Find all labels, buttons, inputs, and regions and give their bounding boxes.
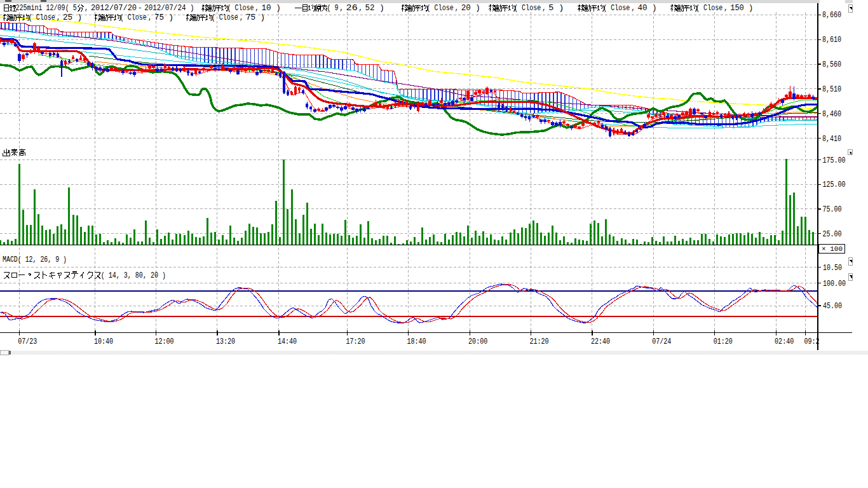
svg-text:13:20: 13:20 (216, 337, 235, 346)
svg-text:40 ): 40 ) (637, 4, 656, 13)
svg-text:,: , (631, 4, 635, 13)
svg-text:02:40: 02:40 (775, 337, 794, 346)
svg-text:,: , (240, 13, 243, 22)
svg-text:( 14, 3, 80, 20 ): ( 14, 3, 80, 20 ) (101, 271, 166, 280)
svg-text:26: 26 (346, 4, 358, 13)
svg-text:45.00: 45.00 (823, 302, 842, 311)
svg-text:,: , (340, 4, 344, 13)
svg-text:125.00: 125.00 (823, 180, 846, 189)
svg-text:8,610: 8,610 (822, 36, 841, 44)
svg-text:07/24: 07/24 (652, 337, 671, 346)
svg-text:( 9: ( 9 (327, 4, 339, 13)
svg-text:× 100: × 100 (822, 245, 843, 253)
svg-text:75.00: 75.00 (823, 205, 842, 214)
svg-text:,: , (359, 4, 363, 13)
svg-text:8,510: 8,510 (822, 85, 841, 94)
svg-text:,: , (455, 4, 459, 13)
svg-text:( Close: ( Close (29, 13, 55, 22)
svg-text:( Close: ( Close (696, 4, 722, 13)
svg-text:75 ): 75 ) (246, 13, 265, 22)
svg-text:150 ): 150 ) (730, 4, 753, 13)
svg-text:,: , (148, 13, 152, 22)
svg-text:07/23: 07/23 (18, 337, 37, 346)
svg-text:,: , (724, 4, 728, 13)
svg-text:225mini 12/09( 5: 225mini 12/09( 5 (15, 4, 76, 13)
svg-text:22:40: 22:40 (591, 337, 610, 346)
svg-text:8,410: 8,410 (822, 135, 841, 144)
svg-text:( Close: ( Close (212, 13, 238, 22)
svg-text:2012/07/20: 2012/07/20 (91, 4, 137, 13)
svg-text:20:00: 20:00 (468, 337, 487, 346)
svg-text:-: - (138, 4, 142, 13)
svg-text:01:20: 01:20 (714, 337, 733, 346)
svg-text:( Close: ( Close (603, 4, 630, 13)
svg-text:,: , (255, 4, 259, 13)
svg-text:75 ): 75 ) (154, 13, 173, 22)
svg-text:25 ): 25 ) (63, 13, 82, 22)
svg-text:( Close: ( Close (427, 4, 454, 13)
svg-text:12:00: 12:00 (155, 337, 174, 346)
svg-text:10.50: 10.50 (823, 264, 842, 273)
svg-text:,: , (57, 13, 60, 22)
svg-text:25.00: 25.00 (823, 230, 842, 239)
svg-text:10 ): 10 ) (262, 4, 281, 13)
svg-text:5 ): 5 ) (548, 4, 564, 13)
svg-text:( Close: ( Close (120, 13, 147, 22)
svg-text:2012/07/24 ): 2012/07/24 ) (144, 4, 194, 13)
svg-text:52 ): 52 ) (365, 4, 384, 13)
svg-text:14:40: 14:40 (278, 337, 297, 346)
svg-text:10:40: 10:40 (94, 337, 113, 346)
svg-text:175.00: 175.00 (823, 156, 846, 165)
svg-text:8,660: 8,660 (822, 11, 841, 20)
svg-text:09:2: 09:2 (804, 337, 820, 346)
svg-text:( Close: ( Close (227, 4, 254, 13)
svg-text:,: , (542, 4, 546, 13)
svg-text:100.00: 100.00 (823, 280, 846, 288)
svg-text:MACD( 12, 26, 9 ): MACD( 12, 26, 9 ) (3, 255, 67, 264)
svg-text:,: , (85, 4, 88, 13)
svg-text:8,460: 8,460 (822, 110, 841, 119)
svg-text:18:40: 18:40 (407, 337, 426, 346)
svg-text:21:20: 21:20 (530, 337, 549, 346)
svg-text:8,560: 8,560 (822, 60, 841, 69)
svg-text:( Close: ( Close (514, 4, 541, 13)
svg-text:20 ): 20 ) (461, 4, 480, 13)
svg-text:17:20: 17:20 (346, 337, 365, 346)
